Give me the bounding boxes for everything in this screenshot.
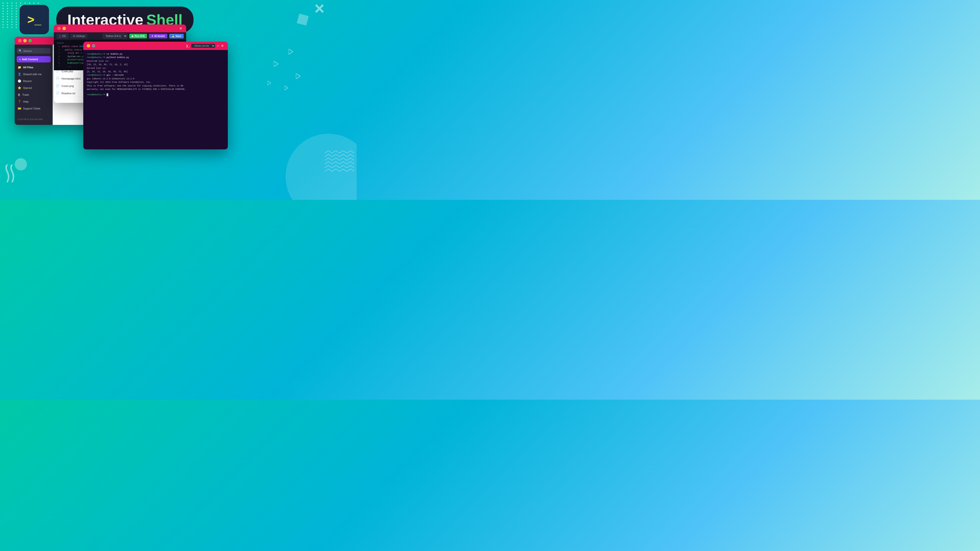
- sidebar-item-all-files[interactable]: 📁 All Files: [15, 64, 52, 71]
- python-version-selector[interactable]: Python (3.8.1): [103, 33, 127, 39]
- terminal-line-4: root@ubuntu:/#: [87, 93, 224, 97]
- gear-icon: ⚙: [73, 35, 75, 38]
- file-sidebar: 🔍 Search + Add Content 📁 All Files 👤 Sha…: [15, 44, 52, 125]
- square-decoration: [297, 14, 309, 26]
- folder-icon: 📁: [18, 66, 21, 69]
- cursor: [107, 93, 108, 96]
- maximize-button-file[interactable]: [29, 39, 32, 42]
- circle-decoration-large: [286, 134, 356, 200]
- terminal-output-3: Sorted list is:: [87, 67, 224, 70]
- sidebar-item-help[interactable]: ❓ Help: [15, 98, 52, 105]
- terminal-tab-icon: ❯: [59, 35, 61, 38]
- triangle-4: [285, 86, 288, 91]
- ai-assist-button[interactable]: ✦ AI Assist: [149, 34, 167, 38]
- save-icon: 💾: [172, 35, 175, 38]
- minimize-button-file[interactable]: [23, 39, 27, 42]
- prompt-2: root@ubuntu:/#: [87, 56, 107, 59]
- terminal-line-2: root@ubuntu:/# python3 bubble.py: [87, 56, 224, 59]
- expand-icon[interactable]: ⤢: [217, 44, 219, 48]
- svg-marker-0: [288, 49, 293, 54]
- x-decoration: ✕: [313, 1, 325, 17]
- close-button-file[interactable]: [18, 39, 22, 42]
- svg-marker-4: [267, 81, 271, 85]
- sidebar-item-starred[interactable]: ⭐ Starred: [15, 84, 52, 91]
- minimize-button-terminal[interactable]: [87, 44, 90, 48]
- help-icon: ❓: [18, 100, 21, 103]
- triangle-1: [288, 49, 293, 56]
- recent-icon: 🕐: [18, 79, 21, 83]
- ide-toolbar: ❯ IDE ⚙ Settings Python (3.8.1) ▶ Run (F…: [54, 32, 186, 40]
- minimize-button-ide[interactable]: [62, 27, 66, 30]
- terminal-line-1: root@ubuntu:/# vi bubble.py: [87, 52, 224, 56]
- terminal-output-6: Copyright (C) 2023 Free Software Foundat…: [87, 81, 224, 84]
- terminal-output-8: warranty; not even for MERCHANTABILITY o…: [87, 88, 224, 91]
- ide-titlebar: ✕: [54, 24, 186, 32]
- ticket-icon: 🎫: [18, 107, 21, 110]
- star-icon: ⭐: [18, 86, 21, 90]
- terminal-icon: >_: [27, 13, 41, 27]
- triangle-3: [296, 73, 300, 80]
- sidebar-item-trash[interactable]: 🗑 Trash: [15, 91, 52, 98]
- add-content-button[interactable]: + Add Content: [17, 56, 51, 62]
- settings-tab[interactable]: ⚙ Settings: [70, 34, 88, 38]
- sidebar-item-support[interactable]: 🎫 Support Ticket: [15, 105, 52, 112]
- ubuntu-version-selector[interactable]: Ubuntu (24.04): [191, 44, 215, 48]
- run-button[interactable]: ▶ Run (F9): [129, 34, 147, 38]
- terminal-titlebar-right: ❯_ Ubuntu (24.04) ⤢ ✕: [186, 44, 224, 48]
- svg-marker-3: [285, 86, 288, 90]
- close-x-terminal[interactable]: ✕: [220, 44, 224, 48]
- shared-icon: 👤: [18, 73, 21, 76]
- terminal-titlebar: ❯_ Ubuntu (24.04) ⤢ ✕: [83, 41, 228, 50]
- save-button[interactable]: 💾 Save: [169, 34, 184, 38]
- sidebar-item-shared[interactable]: 👤 Shared with me: [15, 71, 52, 78]
- terminal-output-5: gcc (Ubuntu 13.2.0-23ubuntu4) 13.2.0: [87, 77, 224, 81]
- triangle-5: [267, 81, 271, 86]
- squiggle-decoration: [5, 165, 24, 185]
- sidebar-item-recent[interactable]: 🕐 Recent: [15, 78, 52, 84]
- terminal-icon-box: >_: [20, 5, 49, 34]
- terminal-body[interactable]: root@ubuntu:/# vi bubble.py root@ubuntu:…: [83, 50, 228, 149]
- zigzag-decoration: [325, 151, 354, 175]
- trash-icon: 🗑: [18, 93, 21, 97]
- terminal-line-3: root@ubuntu:/# gcc --version: [87, 73, 224, 77]
- play-icon: ▶: [132, 35, 134, 38]
- storage-info: ≡ 105 GB of 100 GB used: [15, 116, 52, 122]
- prompt-1: root@ubuntu:/#: [87, 53, 107, 56]
- close-x-ide[interactable]: ✕: [179, 27, 183, 30]
- circle-decoration-small: [15, 158, 27, 170]
- svg-marker-2: [296, 73, 300, 79]
- terminal-window: ❯_ Ubuntu (24.04) ⤢ ✕ root@ubuntu:/# vi …: [83, 41, 228, 149]
- close-button-ide[interactable]: [57, 27, 61, 30]
- search-input[interactable]: 🔍 Search: [17, 48, 51, 54]
- prompt-3: root@ubuntu:/#: [87, 74, 107, 76]
- terminal-output-4: [2, 10, 12, 18, 18, 39, 72, 85]: [87, 70, 224, 73]
- terminal-output-1: Unsorted list is:: [87, 59, 224, 63]
- triangle-2: [274, 61, 278, 68]
- terminal-icon-small: ❯_: [186, 44, 189, 48]
- terminal-output-7: This is free software; see the source fo…: [87, 84, 224, 88]
- terminal-output-2: [39, 12, 18, 85, 72, 10, 2, 18]: [87, 63, 224, 67]
- svg-marker-1: [274, 61, 278, 67]
- maximize-button-terminal[interactable]: [92, 44, 95, 48]
- prompt-4: root@ubuntu:/#: [87, 94, 107, 96]
- ai-icon: ✦: [151, 35, 153, 38]
- ide-tab[interactable]: ❯ IDE: [56, 33, 68, 39]
